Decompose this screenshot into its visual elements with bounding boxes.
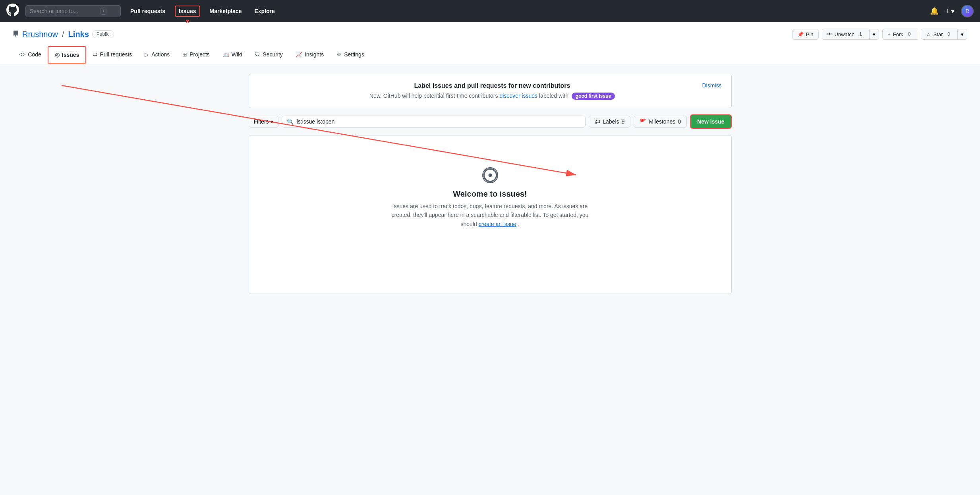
- issues-nav-link[interactable]: Issues: [175, 6, 200, 17]
- label-icon: 🏷: [595, 118, 600, 125]
- tab-issues-label: Issues: [62, 52, 79, 58]
- actions-icon: ▷: [145, 51, 149, 58]
- tab-wiki-label: Wiki: [232, 51, 242, 58]
- filters-label: Filters: [254, 118, 269, 125]
- repo-title: Rrushnow / Links Public: [13, 30, 114, 39]
- milestones-count: 0: [678, 118, 681, 125]
- tab-insights-label: Insights: [305, 51, 324, 58]
- filters-row: Filters ▾ 🔍 🏷 Labels 9 🚩 Milestones 0 Ne…: [249, 114, 732, 129]
- top-nav-links: Pull requests Issues Marketplace Explore: [127, 6, 924, 17]
- banner-title: Label issues and pull requests for new c…: [282, 82, 702, 89]
- star-icon: ☆: [926, 31, 931, 37]
- svg-point-1: [488, 174, 492, 177]
- tab-pull-requests[interactable]: ⇄ Pull requests: [86, 46, 138, 64]
- repo-tabs: <> Code ◎ Issues ⇄ Pull requests ▷ Actio…: [13, 46, 967, 64]
- star-count: 0: [945, 31, 953, 37]
- marketplace-nav-link[interactable]: Marketplace: [207, 6, 245, 16]
- repo-header: Rrushnow / Links Public 📌 Pin 👁 Unwatch …: [0, 22, 980, 64]
- avatar-text: R: [966, 8, 969, 14]
- create-new-button[interactable]: + ▾: [945, 7, 955, 15]
- tab-pull-requests-label: Pull requests: [100, 51, 132, 58]
- empty-description: Issues are used to track todos, bugs, fe…: [391, 202, 590, 228]
- repo-icon: [13, 30, 19, 39]
- tab-projects[interactable]: ⊞ Projects: [176, 46, 216, 64]
- banner-desc-text: Now, GitHub will help potential first-ti…: [369, 93, 498, 99]
- github-logo[interactable]: [6, 4, 19, 19]
- fork-button[interactable]: ⑂ Fork 0: [882, 29, 918, 40]
- star-button[interactable]: ☆ Star 0: [921, 29, 957, 40]
- tab-security-label: Security: [263, 51, 283, 58]
- slash-key: /: [101, 8, 106, 15]
- issue-icon: ◎: [55, 52, 60, 58]
- unwatch-dropdown-button[interactable]: ▾: [869, 29, 879, 40]
- good-first-issue-label: good first issue: [572, 93, 615, 100]
- pin-button[interactable]: 📌 Pin: [792, 29, 819, 40]
- unwatch-button[interactable]: 👁 Unwatch 1: [822, 29, 869, 40]
- wiki-icon: 📖: [222, 51, 229, 58]
- labels-button[interactable]: 🏷 Labels 9: [589, 116, 630, 128]
- dismiss-button[interactable]: Dismiss: [702, 82, 722, 89]
- tab-settings-label: Settings: [344, 51, 364, 58]
- banner-description: Now, GitHub will help potential first-ti…: [282, 93, 702, 100]
- notifications-button[interactable]: 🔔: [930, 7, 939, 15]
- code-icon: <>: [19, 51, 25, 58]
- chevron-down-icon: ▾: [271, 118, 273, 125]
- svg-point-0: [484, 169, 497, 182]
- search-box[interactable]: /: [25, 5, 121, 17]
- repo-slash: /: [62, 30, 64, 39]
- fork-count: 0: [906, 31, 913, 37]
- repo-name-link[interactable]: Links: [68, 30, 89, 39]
- tab-code-label: Code: [28, 51, 41, 58]
- issue-search-wrap[interactable]: 🔍: [282, 116, 586, 128]
- tab-security[interactable]: 🛡 Security: [248, 46, 289, 64]
- contributor-banner: Label issues and pull requests for new c…: [249, 74, 732, 108]
- discover-issues-link[interactable]: discover issues: [499, 93, 537, 99]
- repo-owner-link[interactable]: Rrushnow: [22, 30, 58, 39]
- security-icon: 🛡: [255, 51, 260, 58]
- pin-icon: 📌: [797, 31, 804, 37]
- issues-list: Welcome to issues! Issues are used to tr…: [249, 135, 732, 294]
- bell-icon: 🔔: [930, 7, 939, 15]
- tab-insights[interactable]: 📈 Insights: [289, 46, 330, 64]
- pull-request-icon: ⇄: [93, 51, 97, 58]
- milestones-button[interactable]: 🚩 Milestones 0: [634, 116, 687, 128]
- explore-nav-link[interactable]: Explore: [251, 6, 278, 16]
- new-issue-button[interactable]: New issue: [690, 114, 731, 129]
- create-issue-link[interactable]: create an issue: [479, 221, 516, 227]
- tab-wiki[interactable]: 📖 Wiki: [216, 46, 248, 64]
- tab-actions[interactable]: ▷ Actions: [138, 46, 176, 64]
- tab-issues[interactable]: ◎ Issues: [48, 46, 87, 64]
- empty-issues-icon: [482, 167, 498, 183]
- chevron-down-icon: ▾: [951, 7, 955, 15]
- insights-icon: 📈: [296, 51, 302, 58]
- milestone-icon: 🚩: [640, 118, 646, 125]
- issue-search-input[interactable]: [297, 118, 581, 125]
- tab-actions-label: Actions: [151, 51, 170, 58]
- top-navigation: / Pull requests Issues Marketplace Explo…: [0, 0, 980, 22]
- empty-state: Welcome to issues! Issues are used to tr…: [249, 135, 731, 260]
- star-dropdown-button[interactable]: ▾: [957, 29, 967, 40]
- main-content: Label issues and pull requests for new c…: [236, 64, 744, 304]
- tab-settings[interactable]: ⚙ Settings: [330, 46, 371, 64]
- pull-requests-nav-link[interactable]: Pull requests: [127, 6, 168, 16]
- unwatch-button-group: 👁 Unwatch 1 ▾: [822, 29, 879, 40]
- eye-icon: 👁: [827, 31, 832, 37]
- search-icon: 🔍: [287, 118, 294, 125]
- repo-title-row: Rrushnow / Links Public 📌 Pin 👁 Unwatch …: [13, 29, 967, 40]
- empty-title: Welcome to issues!: [453, 189, 527, 199]
- banner-content: Label issues and pull requests for new c…: [282, 82, 702, 100]
- chevron-down-icon: ▾: [873, 31, 876, 37]
- labels-count: 9: [622, 118, 625, 125]
- star-button-group: ☆ Star 0 ▾: [921, 29, 967, 40]
- avatar[interactable]: R: [961, 5, 974, 17]
- banner-desc-suffix: labeled with: [539, 93, 568, 99]
- tab-code[interactable]: <> Code: [13, 46, 48, 64]
- chevron-down-icon: ▾: [961, 31, 964, 37]
- plus-icon: +: [945, 7, 949, 15]
- visibility-badge: Public: [92, 30, 114, 38]
- top-nav-right: 🔔 + ▾ R: [930, 5, 974, 17]
- filters-button[interactable]: Filters ▾: [249, 116, 278, 128]
- projects-icon: ⊞: [182, 51, 187, 58]
- search-input[interactable]: [30, 8, 97, 14]
- tab-projects-label: Projects: [189, 51, 210, 58]
